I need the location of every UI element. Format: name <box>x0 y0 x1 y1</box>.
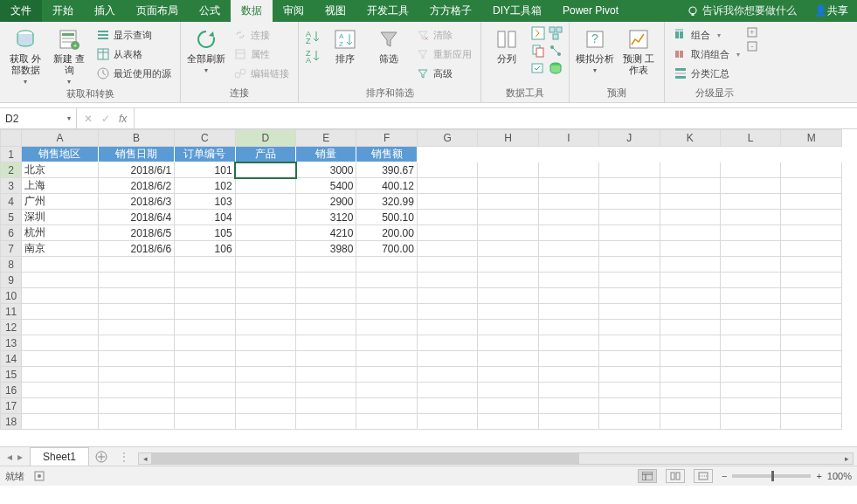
cell[interactable]: 2018/6/5 <box>98 225 175 241</box>
cell[interactable] <box>296 367 356 383</box>
cell[interactable] <box>721 162 781 178</box>
data-model-icon[interactable] <box>548 60 563 76</box>
cell[interactable] <box>417 178 477 194</box>
cell[interactable] <box>22 257 99 273</box>
cell[interactable] <box>417 241 477 257</box>
tab-powerpivot[interactable]: Power Pivot <box>552 0 629 22</box>
cell[interactable] <box>599 383 660 398</box>
cell[interactable] <box>296 351 356 367</box>
cell[interactable] <box>296 273 356 288</box>
view-page-layout-button[interactable] <box>666 469 685 483</box>
cell[interactable] <box>781 147 842 162</box>
cell[interactable] <box>478 194 538 210</box>
cell[interactable]: 上海 <box>22 178 99 194</box>
cell[interactable] <box>538 304 598 320</box>
cell[interactable] <box>538 257 598 273</box>
cell[interactable]: 103 <box>175 194 235 210</box>
cell[interactable] <box>356 320 417 335</box>
cell[interactable] <box>781 288 842 304</box>
scrollbar-thumb[interactable] <box>151 453 579 464</box>
cell[interactable] <box>599 162 660 178</box>
cell[interactable]: 销量 <box>296 147 356 162</box>
cell[interactable] <box>660 241 720 257</box>
cell[interactable] <box>721 320 781 335</box>
cell[interactable]: 深圳 <box>22 210 99 225</box>
cell[interactable] <box>22 414 99 430</box>
cell[interactable] <box>22 383 99 398</box>
view-normal-button[interactable] <box>638 469 657 483</box>
cell[interactable]: 销售额 <box>356 147 417 162</box>
cell[interactable] <box>175 383 235 398</box>
flash-fill-icon[interactable] <box>530 25 546 41</box>
cell[interactable] <box>478 178 538 194</box>
cell[interactable] <box>599 367 660 383</box>
cell[interactable] <box>599 288 660 304</box>
cell[interactable] <box>478 398 538 414</box>
cell[interactable]: 2018/6/2 <box>98 178 175 194</box>
ungroup-button[interactable]: 取消组合▾ <box>670 45 743 64</box>
cell[interactable] <box>599 257 660 273</box>
cell[interactable] <box>660 351 720 367</box>
filter-button[interactable]: 筛选 <box>369 25 409 65</box>
select-all-triangle[interactable] <box>1 130 22 147</box>
tab-home[interactable]: 开始 <box>42 0 84 22</box>
cell[interactable] <box>538 383 598 398</box>
col-header[interactable]: B <box>98 130 175 147</box>
cell[interactable] <box>235 210 295 225</box>
cell[interactable] <box>660 414 720 430</box>
cell[interactable] <box>356 257 417 273</box>
zoom-slider[interactable] <box>732 474 811 478</box>
cell[interactable] <box>599 304 660 320</box>
sort-asc-icon[interactable]: AZ <box>304 29 321 45</box>
cell[interactable] <box>235 304 295 320</box>
cell[interactable] <box>721 304 781 320</box>
tell-me-search[interactable]: 告诉我你想要做什么 <box>678 0 805 22</box>
relationships-icon[interactable] <box>548 43 563 59</box>
cell[interactable] <box>660 383 720 398</box>
whatif-button[interactable]: ? 模拟分析 ▾ <box>575 25 615 74</box>
new-query-button[interactable]: + 新建 查询 ▾ <box>49 25 89 86</box>
cell[interactable] <box>235 367 295 383</box>
cell[interactable] <box>721 241 781 257</box>
cell[interactable] <box>22 273 99 288</box>
cell[interactable] <box>175 335 235 351</box>
cell[interactable] <box>22 304 99 320</box>
cell[interactable] <box>478 241 538 257</box>
cell[interactable] <box>781 162 842 178</box>
cell[interactable] <box>538 147 598 162</box>
cell[interactable]: 102 <box>175 178 235 194</box>
cell[interactable] <box>296 320 356 335</box>
cancel-icon[interactable]: ✕ <box>84 113 93 125</box>
tab-formula[interactable]: 公式 <box>189 0 231 22</box>
cell[interactable] <box>417 210 477 225</box>
cell[interactable] <box>781 210 842 225</box>
cell[interactable] <box>538 273 598 288</box>
cell[interactable] <box>356 288 417 304</box>
cell[interactable] <box>660 210 720 225</box>
cell[interactable] <box>781 241 842 257</box>
cell[interactable] <box>417 194 477 210</box>
cell[interactable] <box>175 257 235 273</box>
cell[interactable] <box>98 398 175 414</box>
cell[interactable] <box>478 273 538 288</box>
cell[interactable] <box>599 414 660 430</box>
col-header[interactable]: E <box>296 130 356 147</box>
cell[interactable] <box>98 304 175 320</box>
tab-dev[interactable]: 开发工具 <box>356 0 419 22</box>
row-header[interactable]: 18 <box>1 414 22 430</box>
col-header[interactable]: H <box>478 130 538 147</box>
cell[interactable]: 订单编号 <box>175 147 235 162</box>
cell[interactable] <box>417 162 477 178</box>
cell[interactable]: 4210 <box>296 225 356 241</box>
cell[interactable] <box>781 351 842 367</box>
cell[interactable] <box>296 398 356 414</box>
row-header[interactable]: 3 <box>1 178 22 194</box>
cell[interactable] <box>22 288 99 304</box>
cell[interactable] <box>599 273 660 288</box>
cell[interactable] <box>356 367 417 383</box>
cell[interactable] <box>478 257 538 273</box>
cell[interactable] <box>781 367 842 383</box>
cell[interactable] <box>721 257 781 273</box>
horizontal-scrollbar[interactable]: ◂ ▸ <box>138 452 854 465</box>
cell[interactable]: 南京 <box>22 241 99 257</box>
